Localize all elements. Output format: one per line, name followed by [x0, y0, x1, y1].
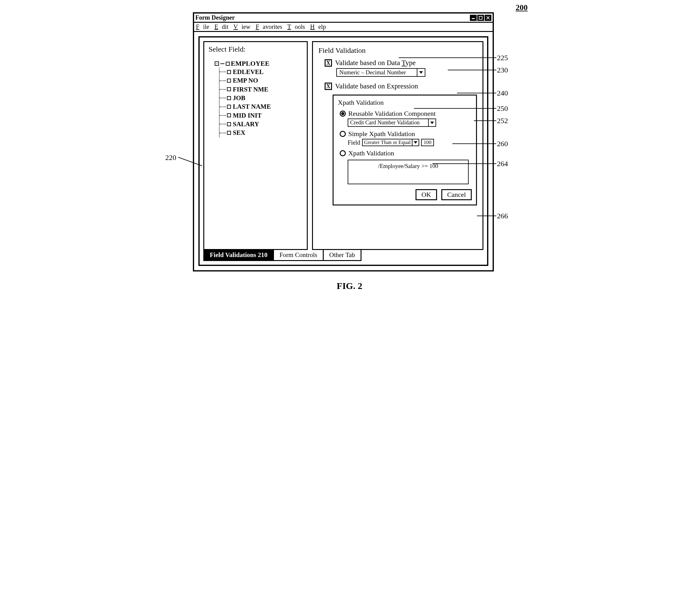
dialog-buttons: OK Cancel	[338, 189, 472, 200]
reusable-validation-row: Reusable Validation Component	[340, 110, 472, 118]
callout-240: 240	[497, 89, 508, 97]
reusable-label: Reusable Validation Component	[348, 110, 435, 118]
simple-op-dropdown[interactable]: Greater Than or Equal	[362, 139, 419, 146]
simple-op-value: Greater Than or Equal	[363, 139, 412, 146]
titlebar: Form Designer	[194, 14, 492, 23]
tree-item[interactable]: EMP NO	[220, 76, 303, 85]
figure-caption: FIG. 2	[165, 281, 534, 291]
tree-item[interactable]: MID INIT	[220, 111, 303, 120]
tree-item[interactable]: SEX	[220, 128, 303, 137]
tree-item[interactable]: JOB	[220, 94, 303, 102]
tree-node-icon	[227, 70, 231, 74]
tree-node-icon	[227, 79, 231, 83]
menu-view[interactable]: View	[234, 23, 250, 30]
reusable-radio[interactable]	[340, 110, 346, 117]
callout-266: 266	[497, 212, 508, 220]
simple-field-row: Field Greater Than or Equal 100	[348, 139, 472, 146]
datatype-dropdown-value: Numeric – Decimal Number	[337, 69, 417, 76]
tree-node-icon	[227, 122, 231, 126]
tree-root-label: EMPLOYEE	[231, 59, 270, 68]
tree-item-label: SALARY	[233, 120, 259, 128]
simple-value-input[interactable]: 100	[421, 139, 434, 146]
simple-xpath-row: Simple Xpath Validation	[340, 130, 472, 138]
reusable-dropdown[interactable]: Credit Card Number Validation	[348, 119, 436, 127]
menu-file[interactable]: File	[196, 23, 209, 30]
dropdown-arrow-icon	[417, 69, 425, 76]
tree-item[interactable]: FIRST NME	[220, 85, 303, 94]
simple-xpath-radio[interactable]	[340, 131, 346, 137]
menu-help[interactable]: Help	[310, 23, 326, 30]
minimize-button[interactable]	[470, 15, 477, 21]
window-controls	[470, 15, 491, 21]
tree-node-icon	[227, 87, 231, 91]
figure-number: 200	[516, 3, 528, 12]
tree-node-icon	[226, 62, 230, 66]
tree-item-label: FIRST NME	[233, 85, 268, 94]
tree-item-label: EDLEVEL	[233, 68, 264, 76]
svg-marker-5	[419, 71, 423, 74]
select-field-label: Select Field:	[209, 45, 303, 53]
tree-expander-icon[interactable]: −	[215, 62, 219, 66]
callout-225: 225	[497, 54, 508, 62]
callout-220: 220	[165, 153, 176, 162]
reusable-dropdown-value: Credit Card Number Validation	[348, 119, 428, 126]
tree-item-label: JOB	[233, 94, 246, 102]
callout-264: 264	[497, 160, 508, 168]
tree-item-label: LAST NAME	[233, 102, 271, 111]
tab-field-validations[interactable]: Field Validations 210	[203, 250, 274, 261]
xpath-radio[interactable]	[340, 150, 346, 156]
tree-item[interactable]: SALARY	[220, 120, 303, 128]
tree-item-label: SEX	[233, 128, 246, 137]
validate-datatype-checkbox[interactable]: X	[325, 59, 332, 67]
ok-button[interactable]: OK	[416, 189, 437, 200]
menu-favorites[interactable]: Favorites	[255, 23, 282, 30]
callout-260: 260	[497, 140, 508, 148]
cancel-button[interactable]: Cancel	[441, 189, 472, 200]
field-tree-panel: Select Field: −··· EMPLOYEE EDLEVELEMP N…	[203, 41, 308, 250]
field-validation-panel: Field Validation X Validate based on Dat…	[312, 41, 484, 250]
close-button[interactable]	[485, 15, 491, 21]
tree-item-label: MID INIT	[233, 111, 262, 120]
xpath-radio-label: Xpath Validation	[348, 149, 394, 157]
bottom-tabs: Field Validations 210 Form Controls Othe…	[203, 250, 484, 261]
validate-expression-label: Validate based on Expression	[335, 82, 418, 90]
xpath-group-title: Xpath Validation	[338, 98, 472, 107]
tree-item[interactable]: EDLEVEL	[220, 68, 303, 76]
workarea: Select Field: −··· EMPLOYEE EDLEVELEMP N…	[198, 36, 488, 266]
validate-expression-checkbox[interactable]: X	[325, 83, 332, 90]
simple-xpath-label: Simple Xpath Validation	[348, 130, 415, 138]
window-title: Form Designer	[195, 14, 470, 21]
tab-other[interactable]: Other Tab	[323, 250, 361, 261]
tree-node-icon	[227, 96, 231, 100]
callout-250: 250	[497, 104, 508, 113]
svg-marker-6	[430, 122, 434, 124]
tree-item[interactable]: LAST NAME	[220, 102, 303, 111]
tree-node-icon	[227, 105, 231, 109]
xpath-expression-textarea[interactable]: /Employee/Salary >= 100	[348, 160, 469, 184]
tree-node-icon	[227, 113, 231, 117]
svg-line-0	[178, 157, 202, 166]
tree-node-icon	[227, 131, 231, 135]
tree-root[interactable]: −··· EMPLOYEE EDLEVELEMP NOFIRST NMEJOBL…	[215, 59, 303, 137]
callout-252: 252	[497, 117, 508, 125]
dropdown-arrow-icon	[412, 139, 419, 146]
menubar: File Edit View Favorites Tools Help	[194, 23, 492, 32]
svg-marker-7	[414, 141, 417, 144]
callout-230: 230	[497, 66, 508, 74]
xpath-validation-group: Xpath Validation Reusable Validation Com…	[333, 95, 477, 205]
menu-tools[interactable]: Tools	[288, 23, 305, 30]
menu-edit[interactable]: Edit	[214, 23, 228, 30]
field-validation-title: Field Validation	[318, 46, 477, 55]
tree-item-label: EMP NO	[233, 76, 258, 85]
simple-field-label: Field	[348, 139, 360, 146]
xpath-validation-row: Xpath Validation	[340, 149, 472, 157]
tab-form-controls[interactable]: Form Controls	[273, 250, 324, 261]
validate-expression-row: X Validate based on Expression	[325, 82, 477, 90]
callout-line-220	[178, 150, 203, 169]
validate-datatype-row: X Validate based on Data Type	[325, 59, 477, 67]
datatype-dropdown[interactable]: Numeric – Decimal Number	[336, 68, 425, 77]
dropdown-arrow-icon	[428, 119, 435, 126]
svg-rect-2	[479, 16, 482, 19]
maximize-button[interactable]	[477, 15, 484, 21]
validate-datatype-label: Validate based on Data Type	[335, 59, 416, 67]
